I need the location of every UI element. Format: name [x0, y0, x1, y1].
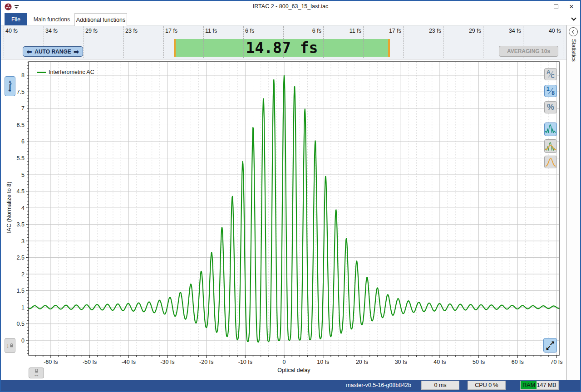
svg-text:60 fs: 60 fs [512, 359, 524, 365]
percent-icon: % [545, 102, 556, 113]
svg-text:4.5: 4.5 [17, 188, 25, 195]
one-eighth-numerator: 1 [547, 86, 550, 92]
chart-legend: Interferometric AC [37, 69, 94, 75]
intensity-ac-view-button[interactable] [544, 156, 557, 168]
status-bar: master-v0.5-16-g08b842b 0 ms CPU 0 % RAM… [1, 380, 580, 391]
ac-ratio-button[interactable]: A C [544, 68, 557, 80]
close-button[interactable]: × [564, 1, 579, 13]
ruler-tick [483, 26, 483, 58]
maximize-icon [554, 5, 558, 9]
minimize-icon [537, 7, 542, 7]
ruler-tick [443, 26, 443, 58]
svg-text:-60 fs: -60 fs [44, 359, 58, 365]
gaussian-curve-icon [545, 156, 556, 168]
tab-additional-functions[interactable]: Additional functions [74, 13, 127, 26]
legend-line-swatch [37, 72, 46, 73]
ribbon-collapse-button[interactable] [571, 16, 576, 21]
ruler-label: 17 fs [389, 28, 401, 34]
svg-text:6.5: 6.5 [17, 122, 25, 128]
auto-range-button[interactable]: ⇦ AUTO RANGE ⇨ [23, 46, 83, 57]
statistics-panel: Statistics [566, 25, 580, 380]
ruler-tick [403, 26, 404, 58]
minimize-button[interactable] [532, 1, 547, 13]
x-axis-lock-button[interactable]: ↔ [29, 368, 44, 378]
legend-label: Interferometric AC [49, 69, 94, 75]
svg-text:20 fs: 20 fs [356, 359, 368, 365]
vertical-arrow-icon: ↕ [6, 343, 10, 348]
pulse-width-measure-bar: 14.87 fs [174, 39, 390, 57]
ruler-label: 29 fs [469, 28, 481, 34]
cpu-usage-value: CPU 0 % [475, 382, 498, 388]
svg-text:3.5: 3.5 [17, 221, 25, 228]
svg-text:0.5: 0.5 [17, 321, 25, 327]
svg-text:-30 fs: -30 fs [160, 359, 174, 365]
svg-text:40 fs: 40 fs [433, 359, 446, 365]
ac-ratio-denominator: C [551, 73, 555, 79]
ruler-tick [84, 26, 84, 58]
ruler-tick [243, 26, 244, 58]
ruler-tick [123, 26, 124, 58]
ruler-label: 6 fs [312, 28, 321, 34]
ruler-label: 40 fs [549, 28, 561, 34]
one-eighth-scale-button[interactable]: 1 8 [544, 85, 557, 97]
svg-text:5.5: 5.5 [17, 155, 25, 162]
ruler-tick [563, 26, 563, 58]
statistics-expand-button[interactable] [569, 27, 578, 36]
interferometric-view-button[interactable] [544, 122, 557, 136]
ruler-label: 34 fs [45, 28, 58, 34]
ruler-tick [363, 26, 364, 58]
response-time-value: 0 ms [434, 382, 446, 388]
averaging-label: AVERAGING 10s [507, 48, 550, 54]
ruler-label: 40 fs [5, 28, 18, 34]
ruler-label: 6 fs [245, 28, 254, 34]
title-bar: IRTAC 2 - 800_63_15_last.iac × [1, 1, 580, 13]
envelope-view-button[interactable] [544, 139, 557, 153]
maximize-button[interactable] [548, 1, 564, 13]
ruler-label: 29 fs [85, 28, 98, 34]
one-eighth-denominator: 8 [551, 90, 555, 96]
svg-text:4: 4 [21, 205, 25, 211]
svg-text:10 fs: 10 fs [317, 359, 329, 365]
chevron-down-icon [571, 15, 576, 20]
chart-area: -60 fs-50 fs-40 fs-30 fs-20 fs-10 fs010 … [1, 60, 567, 380]
pulse-width-value: 14.87 fs [246, 39, 318, 57]
svg-text:-10 fs: -10 fs [238, 359, 252, 365]
ruler-tick [4, 26, 4, 58]
arrow-right-icon: ⇨ [74, 49, 79, 55]
svg-text:1.5: 1.5 [17, 288, 25, 294]
svg-text:2: 2 [21, 271, 25, 278]
svg-text:6: 6 [21, 138, 25, 145]
ruler-label: 17 fs [165, 28, 177, 34]
svg-text:70 fs: 70 fs [550, 359, 562, 365]
version-label: master-v0.5-16-g08b842b [346, 382, 411, 388]
lock-icon [10, 343, 14, 348]
statistics-tab-label[interactable]: Statistics [571, 39, 577, 62]
svg-text:3: 3 [21, 238, 25, 245]
ruler-label: 23 fs [429, 28, 441, 34]
percent-scale-button[interactable]: % [544, 101, 557, 113]
y-axis-lock-button[interactable]: ↕ [5, 338, 15, 353]
window-title: IRTAC 2 - 800_63_15_last.iac [1, 3, 580, 10]
chevron-left-icon [572, 30, 576, 34]
horizontal-arrow-icon: ↔ [34, 372, 39, 377]
ram-usage-indicator: RAM 147 MB [520, 381, 559, 390]
svg-text:8: 8 [21, 72, 25, 78]
full-range-zoom-button[interactable]: ↗ ↙ [543, 338, 557, 353]
tab-main-functions[interactable]: Main functions [29, 13, 74, 25]
svg-text:-20 fs: -20 fs [199, 359, 213, 365]
auto-scale-y-button[interactable]: ▲ ∫ ▼ [5, 76, 15, 96]
tab-file[interactable]: File [5, 13, 27, 25]
app-window: IRTAC 2 - 800_63_15_last.iac × File Main… [0, 0, 581, 392]
svg-text:5: 5 [21, 172, 25, 178]
auto-range-label: AUTO RANGE [34, 49, 71, 55]
ruler-label: 11 fs [205, 28, 217, 34]
ruler-tick [203, 26, 204, 58]
ruler-tick [323, 26, 324, 58]
iac-chart-canvas[interactable]: -60 fs-50 fs-40 fs-30 fs-20 fs-10 fs010 … [1, 60, 567, 380]
y-axis-title: IAC (Normalize to 8) [6, 178, 12, 237]
ruler-label: 23 fs [125, 28, 138, 34]
svg-text:7.5: 7.5 [17, 89, 25, 95]
svg-text:30 fs: 30 fs [395, 359, 407, 365]
cpu-usage-indicator: CPU 0 % [468, 381, 506, 390]
averaging-button[interactable]: AVERAGING 10s [499, 46, 558, 57]
